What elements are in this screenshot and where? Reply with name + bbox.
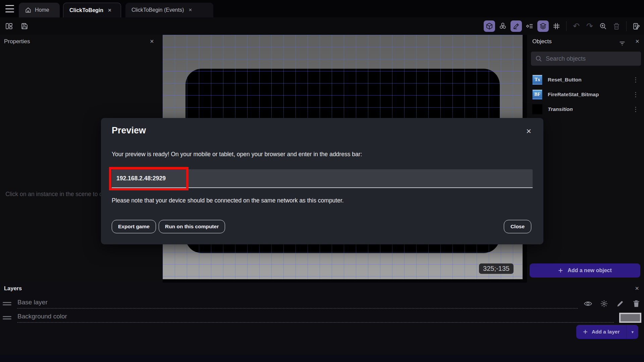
drag-handle-icon[interactable] bbox=[3, 301, 11, 307]
drag-handle-icon[interactable] bbox=[3, 315, 11, 321]
text-object-icon: Tx bbox=[532, 75, 542, 85]
objects-search-box bbox=[531, 52, 641, 66]
edit-scene-icon[interactable] bbox=[511, 20, 522, 32]
add-layer-button[interactable]: + Add a layer bbox=[576, 325, 627, 339]
toggle-panels-icon[interactable] bbox=[3, 20, 15, 32]
grid-icon[interactable] bbox=[551, 20, 562, 32]
export-game-button[interactable]: Export game bbox=[112, 220, 156, 233]
layer-effects-icon[interactable] bbox=[599, 299, 609, 309]
home-icon bbox=[25, 7, 32, 13]
tab-label: Home bbox=[35, 7, 49, 13]
layer-name-field[interactable]: Background color bbox=[17, 313, 614, 323]
preview-dialog: Preview × Your preview is ready! On your… bbox=[101, 118, 543, 244]
cursor-coordinates-badge: 325;-135 bbox=[479, 263, 514, 274]
preview-address-field[interactable]: 192.168.2.48:2929 bbox=[112, 169, 533, 188]
tab-label: ClickToBegin bbox=[69, 7, 103, 13]
object-name: FireRateStat_Bitmap bbox=[548, 92, 626, 98]
close-icon[interactable]: × bbox=[635, 285, 639, 292]
plus-icon: + bbox=[558, 266, 563, 275]
add-object-label: Add a new object bbox=[568, 267, 612, 274]
layers-panel-toggle-icon[interactable] bbox=[537, 20, 549, 32]
add-layer-split-button: + Add a layer ▾ bbox=[576, 325, 638, 339]
zoom-in-icon[interactable] bbox=[597, 20, 609, 32]
dialog-message: Your preview is ready! On your mobile or… bbox=[112, 151, 362, 158]
objects-panel-title: Objects bbox=[532, 38, 552, 45]
objects-panel: Objects × Tx Reset_Button ⋮ BF FireRateS… bbox=[527, 35, 644, 283]
dialog-title: Preview bbox=[112, 125, 146, 136]
delete-icon[interactable] bbox=[611, 20, 622, 32]
filter-icon[interactable] bbox=[619, 40, 626, 47]
main-menu-icon[interactable] bbox=[5, 5, 14, 12]
instances-icon[interactable] bbox=[497, 20, 508, 32]
instances-list-icon[interactable] bbox=[524, 20, 535, 32]
toolbar-separator bbox=[626, 21, 627, 31]
object-menu-icon[interactable]: ⋮ bbox=[631, 91, 640, 98]
close-button[interactable]: Close bbox=[504, 220, 531, 233]
undo-icon[interactable]: ↶ bbox=[571, 20, 582, 32]
edit-events-icon[interactable] bbox=[631, 20, 642, 32]
properties-panel-title: Properties bbox=[4, 38, 30, 45]
tab-close-icon[interactable]: × bbox=[189, 7, 192, 13]
tab-clicktobegin-events[interactable]: ClickToBegin (Events) × bbox=[125, 3, 213, 17]
add-new-object-button[interactable]: + Add a new object bbox=[530, 263, 640, 278]
layer-row-background-color: Background color bbox=[3, 311, 641, 324]
search-icon bbox=[535, 55, 542, 62]
object-menu-icon[interactable]: ⋮ bbox=[631, 106, 640, 113]
save-icon[interactable] bbox=[19, 20, 30, 32]
layer-row-base: Base layer bbox=[3, 297, 641, 310]
chevron-down-icon: ▾ bbox=[631, 329, 634, 335]
toolbar-separator bbox=[566, 21, 567, 31]
object-name: Transition bbox=[548, 106, 626, 112]
close-icon[interactable]: × bbox=[635, 38, 639, 45]
tab-label: ClickToBegin (Events) bbox=[131, 7, 184, 13]
layer-name-field[interactable]: Base layer bbox=[17, 299, 578, 309]
tab-bar: Home ClickToBegin × ClickToBegin (Events… bbox=[0, 0, 644, 17]
edit-layer-icon[interactable] bbox=[615, 299, 625, 309]
redo-icon[interactable]: ↷ bbox=[584, 20, 595, 32]
search-input[interactable] bbox=[546, 55, 637, 62]
toolbar: Preview ▾ Publish ↶ ↷ bbox=[0, 17, 644, 35]
tab-home[interactable]: Home bbox=[19, 3, 60, 17]
background-color-swatch[interactable] bbox=[619, 313, 641, 323]
dialog-note: Please note that your device should be c… bbox=[112, 197, 344, 204]
add-layer-label: Add a layer bbox=[592, 329, 620, 335]
close-icon[interactable]: × bbox=[150, 38, 154, 45]
tab-clicktobegin[interactable]: ClickToBegin × bbox=[63, 3, 121, 17]
plus-icon: + bbox=[583, 327, 588, 337]
delete-layer-icon[interactable] bbox=[631, 299, 641, 309]
close-icon[interactable]: × bbox=[526, 126, 531, 136]
visibility-eye-icon[interactable] bbox=[583, 299, 593, 309]
object-row-fireratestat-bitmap[interactable]: BF FireRateStat_Bitmap ⋮ bbox=[527, 87, 644, 102]
layers-panel-title: Layers bbox=[4, 285, 22, 292]
layers-panel: Layers × Base layer Background color + bbox=[0, 283, 644, 362]
objects-panel-toggle-icon[interactable] bbox=[484, 20, 495, 32]
object-name: Reset_Button bbox=[548, 77, 626, 83]
add-layer-caret[interactable]: ▾ bbox=[626, 325, 638, 339]
tab-close-icon[interactable]: × bbox=[108, 7, 111, 14]
bitmap-font-object-icon: BF bbox=[532, 89, 542, 100]
object-row-reset-button[interactable]: Tx Reset_Button ⋮ bbox=[527, 72, 644, 87]
color-object-icon bbox=[532, 104, 542, 114]
object-row-transition[interactable]: Transition ⋮ bbox=[527, 102, 644, 117]
window-bottom-strip bbox=[0, 355, 644, 362]
run-on-this-computer-button[interactable]: Run on this computer bbox=[159, 220, 225, 233]
object-menu-icon[interactable]: ⋮ bbox=[631, 76, 640, 83]
